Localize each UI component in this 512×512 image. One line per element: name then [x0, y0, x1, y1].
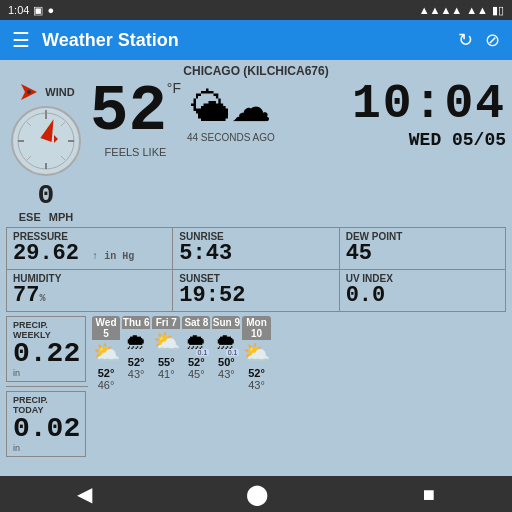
forecast-day-4: Sun 9🌧0.150°43° — [212, 316, 240, 390]
weather-icon-area: 🌥☁ 44 SECONDS AGO — [187, 84, 275, 143]
recents-button[interactable]: ■ — [423, 483, 435, 506]
dew-point-value: 45 — [346, 242, 499, 266]
temp-unit: °F — [167, 80, 181, 96]
svg-point-1 — [27, 90, 31, 94]
humidity-cell: HUMIDITY 77% — [7, 270, 173, 312]
forecast-icon-5: ⛅ — [243, 340, 270, 365]
temperature-value: 52 — [90, 80, 167, 144]
status-icon2: ● — [47, 4, 54, 16]
top-section: WIND — [6, 80, 506, 223]
separator1 — [6, 386, 88, 387]
sunset-value: 19:52 — [179, 284, 332, 308]
compass-tick-n — [45, 110, 47, 118]
forecast-day-0: Wed 5⛅52°46° — [92, 316, 120, 390]
data-grid: PRESSURE 29.62 ↑ in Hg SUNRISE 5:43 DEW … — [6, 227, 506, 312]
forecast-section: Wed 5⛅52°46°Thu 6🌧52°43°Fri 7⛅55°41°Sat … — [92, 316, 271, 390]
precip-panels: PRECIP. WEEKLY 0.22 in PRECIP. TODAY 0.0… — [6, 316, 88, 457]
forecast-low-5: 43° — [248, 379, 265, 391]
forecast-high-1: 52° — [128, 356, 145, 368]
wind-speed: 0 — [38, 180, 55, 211]
forecast-day-2: Fri 7⛅55°41° — [152, 316, 180, 390]
compass — [11, 106, 81, 176]
svg-line-10 — [27, 122, 31, 126]
sunrise-value: 5:43 — [179, 242, 332, 266]
uv-index-value: 0.0 — [346, 284, 499, 308]
precip-today-label: PRECIP. TODAY — [13, 395, 79, 415]
precip-badge-3: 0.1 — [196, 349, 210, 356]
sunrise-cell: SUNRISE 5:43 — [173, 228, 339, 270]
forecast-day-5: Mon 10⛅52°43° — [242, 316, 270, 390]
forecast-day-label-4: Sun 9 — [212, 316, 240, 329]
battery-icon: ▮▯ — [492, 4, 504, 17]
time-section: 10:04 WED 05/05 — [281, 80, 506, 150]
status-time: 1:04 — [8, 4, 29, 16]
precip-weekly-label: PRECIP. WEEKLY — [13, 320, 79, 340]
weather-icon: 🌥☁ — [191, 84, 271, 130]
menu-button[interactable]: ☰ — [12, 28, 30, 52]
temp-section: 52 °F FEELS LIKE — [90, 80, 181, 158]
precip-weekly-panel: PRECIP. WEEKLY 0.22 in — [6, 316, 86, 382]
precip-badge-4: 0.1 — [226, 349, 240, 356]
forecast-icon-1: 🌧 — [125, 329, 147, 354]
humidity-value: 77% — [13, 284, 166, 308]
center-panel: 52 °F FEELS LIKE 🌥☁ 44 SECONDS AGO 10:04… — [90, 80, 506, 158]
ago-text: 44 SECONDS AGO — [187, 132, 275, 143]
refresh-button[interactable]: ↻ — [458, 29, 473, 51]
settings-button[interactable]: ⊘ — [485, 29, 500, 51]
back-button[interactable]: ◀ — [77, 482, 92, 506]
bottom-nav: ◀ ⬤ ■ — [0, 476, 512, 512]
main-content: CHICAGO (KILCHICA676) WIND — [0, 60, 512, 476]
forecast-low-2: 41° — [158, 368, 175, 380]
forecast-icon-0: ⛅ — [93, 340, 120, 365]
forecast-high-4: 50° — [218, 356, 235, 368]
precip-today-unit: in — [13, 443, 79, 453]
wind-label: WIND — [45, 86, 74, 98]
pressure-value: 29.62 ↑ in Hg — [13, 242, 166, 266]
wind-dir-left: ESE — [19, 211, 41, 223]
home-button[interactable]: ⬤ — [246, 482, 268, 506]
svg-line-7 — [61, 122, 65, 126]
forecast-high-3: 52° — [188, 356, 205, 368]
app-title: Weather Station — [42, 30, 446, 51]
app-bar: ☰ Weather Station ↻ ⊘ — [0, 20, 512, 60]
feels-like-label: FEELS LIKE — [105, 146, 167, 158]
status-left: 1:04 ▣ ● — [8, 4, 54, 17]
forecast-low-3: 45° — [188, 368, 205, 380]
precip-weekly-value: 0.22 — [13, 340, 79, 368]
precip-weekly-unit: in — [13, 368, 79, 378]
wifi-icon: ▲▲ — [466, 4, 488, 16]
forecast-low-1: 43° — [128, 368, 145, 380]
pressure-cell: PRESSURE 29.62 ↑ in Hg — [7, 228, 173, 270]
svg-line-9 — [27, 156, 31, 160]
wind-label-row: WIND — [17, 80, 74, 104]
precip-today-value: 0.02 — [13, 415, 79, 443]
wind-panel: WIND — [6, 80, 86, 223]
forecast-day-3: Sat 8🌧0.152°45° — [182, 316, 210, 390]
forecast-day-1: Thu 6🌧52°43° — [122, 316, 150, 390]
forecast-day-label-0: Wed 5 — [92, 316, 120, 340]
precip-today-panel: PRECIP. TODAY 0.02 in — [6, 391, 86, 457]
wind-dir-right: MPH — [49, 211, 73, 223]
uv-index-cell: UV INDEX 0.0 — [340, 270, 506, 312]
forecast-day-label-3: Sat 8 — [182, 316, 210, 329]
forecast-low-4: 43° — [218, 368, 235, 380]
forecast-day-label-2: Fri 7 — [152, 316, 180, 329]
status-right: ▲▲▲▲ ▲▲ ▮▯ — [419, 4, 504, 17]
svg-line-8 — [61, 156, 65, 160]
clock-display: 10:04 — [281, 80, 506, 128]
wind-icon — [17, 80, 41, 104]
status-icon1: ▣ — [33, 4, 43, 17]
precip-forecast-row: PRECIP. WEEKLY 0.22 in PRECIP. TODAY 0.0… — [6, 316, 506, 457]
status-bar: 1:04 ▣ ● ▲▲▲▲ ▲▲ ▮▯ — [0, 0, 512, 20]
forecast-day-label-1: Thu 6 — [122, 316, 150, 329]
svg-marker-11 — [54, 135, 58, 143]
forecast-day-label-5: Mon 10 — [242, 316, 270, 340]
wind-dir-row: ESE MPH — [19, 211, 73, 223]
dew-point-cell: DEW POINT 45 — [340, 228, 506, 270]
signal-icon: ▲▲▲▲ — [419, 4, 463, 16]
forecast-high-2: 55° — [158, 356, 175, 368]
sunset-cell: SUNSET 19:52 — [173, 270, 339, 312]
date-display: WED 05/05 — [281, 130, 506, 150]
station-name: CHICAGO (KILCHICA676) — [6, 64, 506, 78]
forecast-icon-2: ⛅ — [153, 329, 180, 354]
